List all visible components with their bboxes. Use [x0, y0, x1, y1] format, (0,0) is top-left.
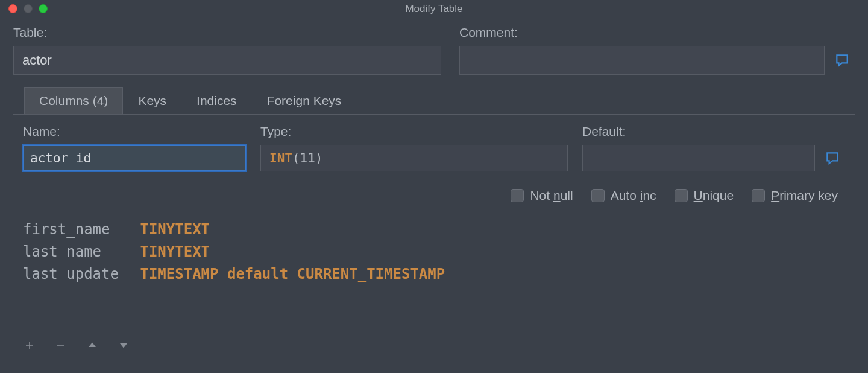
column-name-input[interactable] — [23, 145, 246, 171]
tab-keys[interactable]: Keys — [123, 87, 181, 114]
column-type-label: Type: — [260, 124, 568, 139]
col-type: TIMESTAMP default CURRENT_TIMESTAMP — [140, 266, 445, 282]
remove-column-button[interactable] — [54, 339, 68, 352]
window-title: Modify Table — [6, 3, 862, 15]
auto-inc-checkbox[interactable]: Auto inc — [591, 188, 656, 203]
type-keyword: INT — [269, 151, 292, 165]
col-name: last_update — [23, 263, 131, 285]
column-default-input[interactable] — [582, 145, 815, 171]
col-name: first_name — [23, 218, 131, 241]
comment-label: Comment: — [459, 25, 855, 40]
list-toolbar — [23, 339, 130, 352]
columns-list: first_name TINYTEXT last_name TINYTEXT l… — [23, 218, 845, 286]
list-item[interactable]: last_name TINYTEXT — [23, 241, 845, 263]
unique-ul: U — [694, 188, 703, 202]
window-controls — [8, 4, 48, 13]
list-item[interactable]: last_update TIMESTAMP default CURRENT_TI… — [23, 263, 845, 285]
col-type: TINYTEXT — [140, 221, 210, 238]
move-up-button[interactable] — [86, 339, 99, 352]
not-null-pre: Not — [530, 188, 553, 202]
tab-bar: Columns (4) Keys Indices Foreign Keys — [24, 87, 868, 114]
col-type: TINYTEXT — [140, 243, 210, 260]
table-name-input[interactable] — [13, 46, 441, 75]
primary-key-checkbox[interactable]: Primary key — [752, 188, 838, 203]
not-null-checkbox[interactable]: Not null — [511, 188, 573, 203]
primary-ul: P — [771, 188, 779, 202]
move-down-button[interactable] — [117, 339, 130, 352]
tab-foreign-keys[interactable]: Foreign Keys — [252, 87, 357, 114]
close-window-button[interactable] — [8, 4, 17, 13]
auto-inc-post: nc — [643, 188, 656, 202]
minimize-window-button[interactable] — [24, 4, 33, 13]
default-dialog-button[interactable] — [820, 145, 845, 171]
column-flags-row: Not null Auto inc Unique Primary key — [23, 188, 845, 203]
column-name-label: Name: — [23, 124, 246, 139]
not-null-post: ull — [561, 188, 573, 202]
unique-post: nique — [703, 188, 734, 202]
maximize-window-button[interactable] — [39, 4, 48, 13]
auto-inc-pre: Auto — [611, 188, 640, 202]
comment-dialog-button[interactable] — [829, 46, 855, 75]
add-column-button[interactable] — [23, 339, 36, 352]
tab-columns[interactable]: Columns (4) — [24, 87, 123, 114]
columns-panel: Name: Type: INT(11) Default: — [13, 114, 855, 355]
list-item[interactable]: first_name TINYTEXT — [23, 218, 845, 241]
header-row: Table: Comment: — [0, 18, 868, 75]
titlebar: Modify Table — [0, 0, 868, 18]
primary-post: rimary key — [779, 188, 838, 202]
column-detail-row: Name: Type: INT(11) Default: — [23, 124, 845, 171]
tab-indices[interactable]: Indices — [181, 87, 252, 114]
unique-checkbox[interactable]: Unique — [675, 188, 734, 203]
type-args: (11) — [292, 151, 323, 165]
column-default-label: Default: — [582, 124, 845, 139]
col-name: last_name — [23, 241, 131, 263]
not-null-ul: n — [553, 188, 561, 202]
comment-input[interactable] — [459, 46, 825, 75]
column-type-input[interactable]: INT(11) — [260, 145, 568, 171]
table-label: Table: — [13, 25, 441, 40]
